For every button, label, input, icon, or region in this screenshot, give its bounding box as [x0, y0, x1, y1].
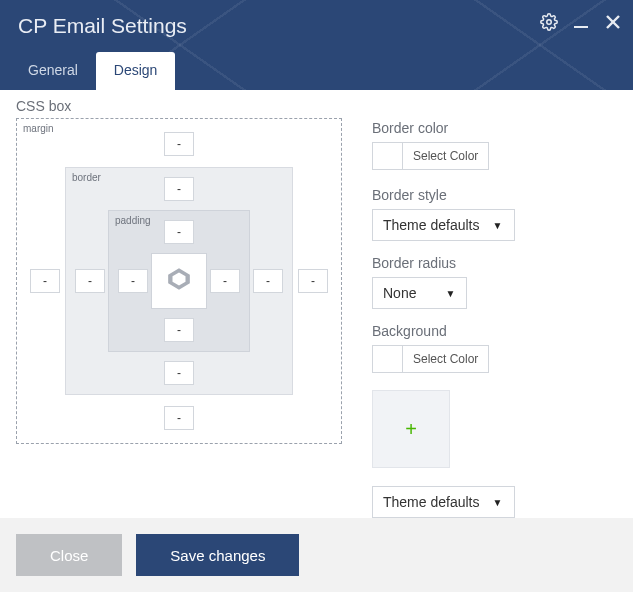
margin-bottom-input[interactable]: -	[164, 406, 194, 430]
border-top-input[interactable]: -	[164, 177, 194, 201]
border-style-select[interactable]: Theme defaults	[372, 209, 515, 241]
dialog-footer: Close Save changes	[0, 518, 633, 592]
border-left-input[interactable]: -	[75, 269, 105, 293]
cssbox-margin-region: margin - - - - border - - - - padding - …	[16, 118, 342, 444]
tab-design[interactable]: Design	[96, 52, 176, 90]
border-label: border	[72, 172, 101, 183]
close-button[interactable]: Close	[16, 534, 122, 576]
background-color-picker[interactable]: Select Color	[372, 345, 489, 373]
settings-icon[interactable]	[539, 12, 559, 32]
window-controls	[539, 12, 623, 32]
border-style-selected: Theme defaults	[383, 217, 480, 233]
svg-rect-1	[574, 26, 588, 28]
border-radius-label: Border radius	[372, 255, 617, 271]
border-color-label: Border color	[372, 120, 617, 136]
svg-point-0	[547, 20, 552, 25]
properties-column: Border color Select Color Border style T…	[372, 98, 617, 510]
padding-top-input[interactable]: -	[164, 220, 194, 244]
save-button[interactable]: Save changes	[136, 534, 299, 576]
background-swatch	[373, 346, 403, 372]
border-radius-selected: None	[383, 285, 416, 301]
tabs: General Design	[0, 52, 633, 90]
border-color-picker[interactable]: Select Color	[372, 142, 489, 170]
field-border-color: Border color Select Color	[372, 120, 617, 173]
plus-icon: +	[405, 418, 417, 441]
border-color-button-label: Select Color	[403, 143, 488, 169]
chevron-down-icon	[490, 487, 506, 517]
field-border-style: Border style Theme defaults	[372, 187, 617, 241]
border-right-input[interactable]: -	[253, 269, 283, 293]
field-border-radius: Border radius None	[372, 255, 617, 309]
cssbox-content-region	[151, 253, 207, 309]
add-background-button[interactable]: +	[372, 390, 450, 468]
dialog-body: CSS box margin - - - - border - - - - pa…	[0, 90, 633, 510]
background-button-label: Select Color	[403, 346, 488, 372]
chevron-down-icon	[490, 210, 506, 240]
font-family-selected: Theme defaults	[383, 494, 480, 510]
padding-bottom-input[interactable]: -	[164, 318, 194, 342]
font-family-select[interactable]: Theme defaults	[372, 486, 515, 518]
cssbox-border-region: border - - - - padding - - - -	[65, 167, 293, 395]
padding-left-input[interactable]: -	[118, 269, 148, 293]
close-icon[interactable]	[603, 12, 623, 32]
content-logo-icon	[166, 266, 192, 296]
border-color-swatch	[373, 143, 403, 169]
dialog-header: CP Email Settings General Design	[0, 0, 633, 90]
cssbox-heading: CSS box	[16, 98, 342, 114]
tab-general[interactable]: General	[10, 52, 96, 90]
margin-left-input[interactable]: -	[30, 269, 60, 293]
padding-label: padding	[115, 215, 151, 226]
margin-right-input[interactable]: -	[298, 269, 328, 293]
border-radius-select[interactable]: None	[372, 277, 467, 309]
border-bottom-input[interactable]: -	[164, 361, 194, 385]
cssbox-column: CSS box margin - - - - border - - - - pa…	[16, 98, 342, 510]
background-label: Background	[372, 323, 617, 339]
cssbox-padding-region: padding - - - -	[108, 210, 250, 352]
minimize-icon[interactable]	[571, 12, 591, 32]
chevron-down-icon	[442, 278, 458, 308]
border-style-label: Border style	[372, 187, 617, 203]
field-background: Background Select Color	[372, 323, 617, 376]
padding-right-input[interactable]: -	[210, 269, 240, 293]
margin-label: margin	[23, 123, 54, 134]
margin-top-input[interactable]: -	[164, 132, 194, 156]
